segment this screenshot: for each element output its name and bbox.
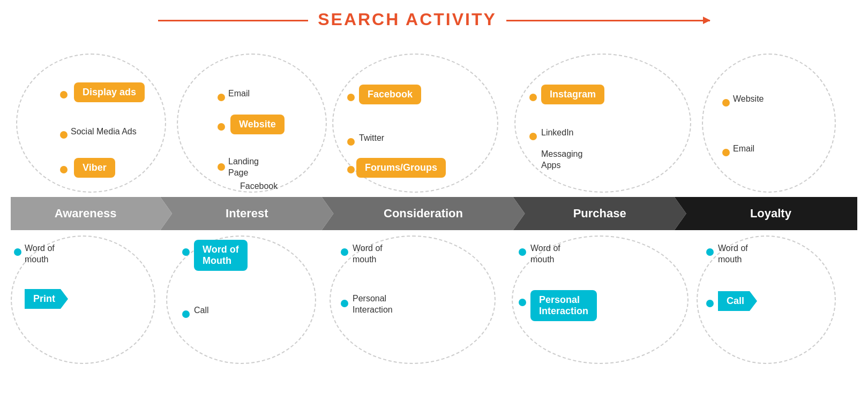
dot-personal-interaction-consideration [341, 300, 348, 307]
badge-display-ads: Display ads [74, 82, 145, 102]
dot-display-ads [60, 91, 68, 98]
stage-awareness: Awareness [11, 197, 172, 230]
funnel-bar: Awareness Interest Consideration Purchas… [11, 197, 857, 230]
badge-instagram: Instagram [541, 85, 604, 104]
main-container: SEARCH ACTIVITY Display ads Social Media… [0, 0, 868, 395]
badge-print: Print [25, 289, 68, 309]
page-title: SEARCH ACTIVITY [318, 10, 497, 29]
label-personal-interaction-consideration: PersonalInteraction [353, 293, 393, 316]
badge-facebook: Facebook [359, 85, 421, 104]
stage-interest-label: Interest [226, 207, 268, 221]
dot-call-interest [182, 310, 190, 318]
badge-call-loyalty: Call [718, 291, 757, 311]
label-facebook-interest: Facebook [240, 181, 278, 192]
dot-viber [60, 166, 68, 173]
dot-website [218, 123, 225, 131]
stage-interest: Interest [160, 197, 333, 230]
dot-word-of-mouth-awareness [14, 248, 21, 256]
badge-forums: Forums/Groups [356, 158, 446, 178]
dot-word-of-mouth-consideration [341, 248, 348, 256]
stage-purchase: Purchase [513, 197, 686, 230]
badge-viber: Viber [74, 158, 115, 178]
label-email-interest: Email [228, 88, 250, 100]
badge-word-of-mouth: Word ofMouth [194, 240, 248, 271]
label-word-of-mouth-loyalty: Word ofmouth [718, 243, 748, 265]
stage-purchase-label: Purchase [573, 207, 626, 221]
stage-loyalty: Loyalty [675, 197, 857, 230]
label-twitter: Twitter [359, 133, 384, 144]
arrow-left-icon [158, 20, 308, 21]
badge-website: Website [230, 115, 285, 134]
stage-awareness-label: Awareness [55, 207, 117, 221]
dot-facebook-consideration [347, 94, 355, 101]
dot-forums [347, 166, 355, 173]
dot-landing-page [218, 163, 225, 171]
dot-website-loyalty [722, 99, 730, 107]
region-bottom-loyalty [697, 236, 836, 364]
arrow-right-icon [506, 20, 710, 21]
label-messaging-apps: MessagingApps [541, 149, 582, 171]
region-top-loyalty [702, 54, 836, 193]
dot-email-loyalty [722, 149, 730, 156]
header: SEARCH ACTIVITY [0, 10, 868, 29]
label-website-loyalty: Website [733, 94, 764, 105]
dot-word-of-mouth-purchase [519, 248, 526, 256]
label-word-of-mouth-consideration: Word ofmouth [353, 243, 383, 265]
label-word-of-mouth-purchase: Word ofmouth [530, 243, 560, 265]
stage-loyalty-label: Loyalty [750, 207, 791, 221]
region-top-purchase [514, 54, 691, 193]
label-word-of-mouth-awareness: Word ofmouth [25, 243, 55, 265]
dot-linkedin [529, 133, 537, 140]
label-email-loyalty: Email [733, 143, 754, 155]
label-call-interest: Call [194, 305, 209, 316]
dot-call-loyalty [706, 300, 714, 307]
stage-consideration: Consideration [321, 197, 525, 230]
stage-consideration-label: Consideration [384, 207, 463, 221]
dot-personal-interaction-purchase [519, 299, 526, 306]
dot-word-of-mouth-interest [182, 248, 190, 256]
dot-word-of-mouth-loyalty [706, 248, 714, 256]
label-social-media-ads: Social Media Ads [71, 126, 137, 138]
badge-personal-interaction: PersonalInteraction [530, 290, 597, 321]
label-linkedin: LinkedIn [541, 127, 574, 139]
dot-instagram [529, 94, 537, 101]
label-landing-page: LandingPage [228, 156, 259, 179]
dot-twitter [347, 138, 355, 146]
dot-social-media [60, 131, 68, 139]
dot-email [218, 94, 225, 101]
